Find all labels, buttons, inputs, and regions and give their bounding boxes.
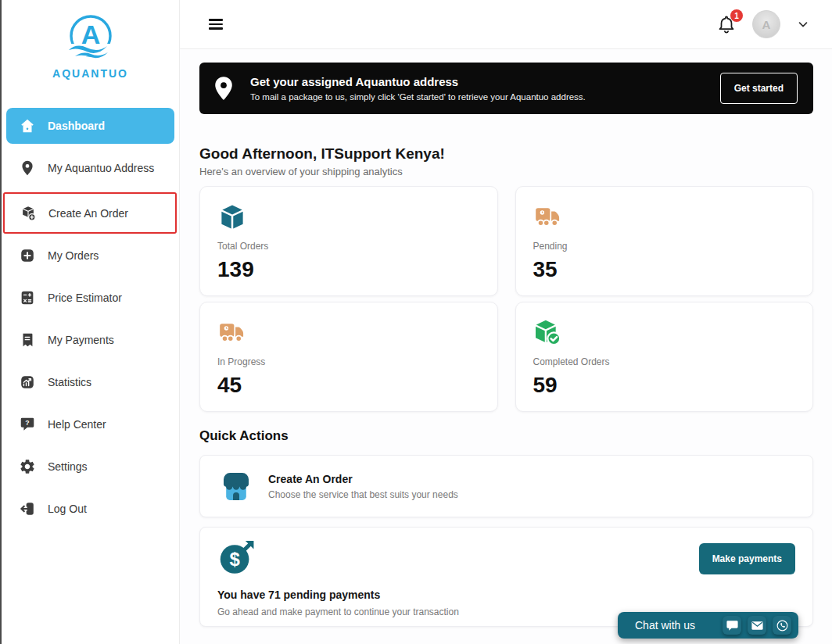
cube-icon <box>217 202 247 232</box>
truck-icon <box>217 318 247 348</box>
live-chat-button[interactable] <box>723 616 741 635</box>
top-bar: 1 A <box>180 0 832 49</box>
sidebar-item-label: Create An Order <box>48 207 128 220</box>
sidebar-item-statistics[interactable]: Statistics <box>6 364 174 400</box>
notifications-button[interactable]: 1 <box>716 14 737 34</box>
stat-value: 45 <box>217 373 480 398</box>
svg-text:?: ? <box>25 419 29 427</box>
help-bubble-icon: ? <box>19 416 36 433</box>
calculator-icon <box>19 289 36 306</box>
stat-label: Total Orders <box>217 241 480 252</box>
sidebar-item-label: Help Center <box>48 418 106 431</box>
sidebar-item-label: Price Estimator <box>48 292 122 304</box>
logout-icon <box>19 500 36 517</box>
aquantuo-logo: A AQUANTUO <box>2 13 179 80</box>
sidebar-item-settings[interactable]: Settings <box>6 449 174 485</box>
notification-badge: 1 <box>730 9 743 22</box>
sidebar-item-price-estimator[interactable]: Price Estimator <box>6 280 174 316</box>
chevron-down-icon[interactable] <box>796 17 810 31</box>
banner-title: Get your assigned Aquantuo address <box>250 75 586 88</box>
package-add-icon <box>20 205 37 222</box>
home-icon <box>19 117 36 134</box>
greeting-subtitle: Here's an overview of your shipping anal… <box>199 166 813 177</box>
whatsapp-icon <box>776 619 789 632</box>
sidebar-item-label: Statistics <box>48 376 91 388</box>
sidebar-item-label: Settings <box>48 460 88 473</box>
envelope-icon <box>751 619 764 632</box>
aquantuo-logo-icon: A <box>55 13 127 63</box>
whatsapp-button[interactable] <box>773 616 791 635</box>
chart-icon <box>19 374 36 391</box>
stat-value: 59 <box>533 373 796 398</box>
make-payments-button[interactable]: Make payments <box>699 543 795 574</box>
svg-text:A: A <box>81 20 100 49</box>
stat-value: 139 <box>217 257 480 282</box>
create-order-card[interactable]: Create An Order Choose the service that … <box>199 455 813 517</box>
sidebar-item-label: My Payments <box>48 334 114 346</box>
greeting: Good Afternoon, ITSupport Kenya! Here's … <box>199 145 813 177</box>
stat-label: In Progress <box>217 356 480 367</box>
stat-card-pending: Pending 35 <box>515 186 814 296</box>
banner-subtitle: To mail a package to us, simply click 'G… <box>250 92 586 102</box>
sidebar-item-dashboard[interactable]: Dashboard <box>6 108 174 144</box>
stat-card-in-progress: In Progress 45 <box>199 302 498 412</box>
receipt-icon <box>19 331 36 349</box>
address-banner: Get your assigned Aquantuo address To ma… <box>199 63 813 114</box>
email-button[interactable] <box>748 616 766 635</box>
quick-actions-heading: Quick Actions <box>199 428 813 444</box>
sidebar-item-create-an-order[interactable]: Create An Order <box>3 192 177 234</box>
sidebar-nav: Dashboard My Aquantuo Address Cre <box>2 108 179 527</box>
sidebar-item-help-center[interactable]: ? Help Center <box>6 406 174 442</box>
storefront-icon <box>217 467 255 505</box>
svg-text:$: $ <box>229 549 239 570</box>
create-order-subtitle: Choose the service that best suits your … <box>268 489 458 500</box>
create-order-title: Create An Order <box>268 473 458 485</box>
get-started-button[interactable]: Get started <box>720 73 798 104</box>
sidebar-item-label: Log Out <box>48 503 87 515</box>
gear-icon <box>19 458 36 475</box>
chat-label: Chat with us <box>635 619 723 631</box>
chat-widget[interactable]: Chat with us <box>618 612 798 639</box>
stats-grid: Total Orders 139 Pending 35 <box>199 186 813 412</box>
sidebar-item-label: Dashboard <box>48 120 105 132</box>
sidebar-item-my-payments[interactable]: My Payments <box>6 322 174 358</box>
pending-payments-title: You have 71 pending payments <box>217 589 795 601</box>
box-check-icon <box>533 318 563 348</box>
truck-icon <box>533 202 563 232</box>
content-area: Get your assigned Aquantuo address To ma… <box>180 49 832 644</box>
location-pin-icon <box>210 75 237 102</box>
sidebar-item-label: My Aquantuo Address <box>48 162 154 174</box>
dollar-arrow-icon: $ <box>217 538 256 577</box>
plus-square-icon <box>19 247 36 264</box>
logo-wordmark: AQUANTUO <box>2 67 179 80</box>
location-pin-icon <box>19 159 36 177</box>
main-area: 1 A Get your assigned Aquantuo address T… <box>180 0 832 644</box>
stat-label: Completed Orders <box>533 356 796 367</box>
stat-card-total-orders: Total Orders 139 <box>199 186 498 296</box>
sidebar-item-label: My Orders <box>48 249 99 262</box>
sidebar-item-log-out[interactable]: Log Out <box>6 491 174 527</box>
stat-label: Pending <box>533 241 796 252</box>
app-window: A AQUANTUO Dashboard My Aquantuo Address <box>0 0 832 644</box>
stat-value: 35 <box>533 257 796 282</box>
greeting-title: Good Afternoon, ITSupport Kenya! <box>199 145 813 163</box>
stat-card-completed-orders: Completed Orders 59 <box>515 302 814 412</box>
menu-toggle-icon[interactable] <box>209 19 223 30</box>
sidebar: A AQUANTUO Dashboard My Aquantuo Address <box>0 0 180 644</box>
avatar[interactable]: A <box>752 10 780 38</box>
chat-bubble-icon <box>726 619 739 632</box>
sidebar-item-my-orders[interactable]: My Orders <box>6 238 174 274</box>
sidebar-item-my-aquantuo-address[interactable]: My Aquantuo Address <box>6 150 174 186</box>
